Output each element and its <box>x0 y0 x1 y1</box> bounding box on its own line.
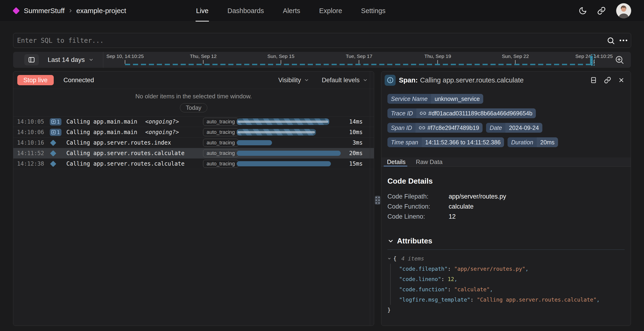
copy-link-button[interactable] <box>604 76 611 84</box>
list-item[interactable]: 14:11:52 Calling app.server.routes.calcu… <box>13 148 374 158</box>
expand-children-badge[interactable]: + 1 <box>50 129 62 136</box>
sql-filter-input[interactable] <box>13 33 631 48</box>
breadcrumb-project[interactable]: example-project <box>76 7 126 15</box>
code-detail-row: Code Filepath: app/server/routes.py <box>388 192 624 202</box>
duration-bar <box>237 118 329 125</box>
visibility-dropdown[interactable]: Visibility <box>278 76 309 84</box>
row-timestamp: 14:10:05 <box>17 118 48 125</box>
duration-bar <box>237 151 341 156</box>
nav-tab[interactable]: Alerts <box>283 0 300 22</box>
nav-tab-label: Dashboards <box>227 7 264 15</box>
dock-bottom-button[interactable] <box>590 76 597 84</box>
badge-label: Date <box>486 123 506 133</box>
code-details-rows: Code Filepath: app/server/routes.py Code… <box>388 192 624 222</box>
theme-toggle-button[interactable] <box>578 6 587 15</box>
breadcrumb-chevron-icon <box>68 8 73 13</box>
json-key: code.filepath <box>399 266 448 272</box>
metadata-badge: Trace ID #df01acad0311189c8b66a466d96965… <box>388 108 536 118</box>
time-range-dropdown[interactable]: Last 14 days <box>48 56 94 64</box>
list-item[interactable]: 14:10:06 + 1 Calling app.main.main <ongo… <box>13 127 374 138</box>
live-panel: Stop live Connected Visibility Default l… <box>13 71 374 326</box>
nav-tab-label: Alerts <box>283 7 300 15</box>
detail-tab[interactable]: Raw Data <box>416 158 442 166</box>
duration-bar <box>237 161 331 166</box>
today-button[interactable]: Today <box>180 103 207 112</box>
stop-live-button[interactable]: Stop live <box>17 75 54 85</box>
list-item[interactable]: 14:12:38 Calling app.server.routes.calcu… <box>13 158 374 169</box>
user-avatar[interactable] <box>616 3 632 18</box>
span-metadata-badges: Service Name unknown_service Trace ID #d… <box>381 89 631 147</box>
metadata-badge: Span ID #f7c8e294f7489b19 <box>388 123 482 133</box>
scrollbar[interactable] <box>370 72 370 326</box>
json-value: 12 <box>448 276 454 282</box>
json-entry: code.lineno12 <box>399 274 624 284</box>
timeline-activity-spike <box>590 56 593 65</box>
json-item-count: 4 items <box>402 256 424 262</box>
nav-tab[interactable]: Settings <box>361 0 386 22</box>
detail-tab-label: Raw Data <box>416 158 442 166</box>
timeline-canvas[interactable]: Sep 10, 14:10:25 Thu, Sep 12 Sun, Sep 15… <box>103 52 611 68</box>
nav-tab-label: Settings <box>361 7 386 15</box>
expand-children-badge[interactable]: + 1 <box>50 118 62 126</box>
timeline-tick: Sep 10, 14:10:25 <box>106 54 144 64</box>
more-options-icon[interactable] <box>619 39 628 42</box>
plus-icon: + <box>52 120 56 124</box>
info-icon <box>384 75 396 86</box>
row-tag: auto_tracing <box>203 149 238 157</box>
detail-tab[interactable]: Details <box>387 158 406 166</box>
code-detail-label: Code Lineno: <box>388 212 449 222</box>
row-timestamp: 14:11:52 <box>17 150 48 156</box>
timeline-tick-mark <box>515 60 516 64</box>
badge-value: 20ms <box>540 139 554 146</box>
list-item[interactable]: 14:10:16 Calling app.server.routes.index… <box>13 138 374 148</box>
attributes-toggle[interactable]: Attributes <box>388 237 624 245</box>
timeline-tick-label: Tue, Sep 17 <box>346 54 372 59</box>
row-duration: 3ms <box>352 140 363 146</box>
time-range-label: Last 14 days <box>48 56 85 64</box>
child-count: 1 <box>57 119 60 125</box>
row-tag: auto_tracing <box>203 118 238 126</box>
code-detail-value: 12 <box>449 212 456 222</box>
json-open-brace: { <box>393 256 396 262</box>
link-icon[interactable] <box>420 110 426 116</box>
attributes-json-tree: { 4 items code.filepathapp/server/routes… <box>388 254 624 315</box>
row-tag: auto_tracing <box>203 160 238 168</box>
nav-tab[interactable]: Dashboards <box>227 0 264 22</box>
badge-label: Span ID <box>388 123 416 133</box>
live-panel-header: Stop live Connected Visibility Default l… <box>13 72 374 89</box>
timeline-tick-mark <box>281 60 281 64</box>
default-levels-dropdown[interactable]: Default levels <box>322 76 368 84</box>
share-link-button[interactable] <box>597 6 606 15</box>
timeline-tick-label: Thu, Sep 12 <box>190 54 216 59</box>
row-tag: auto_tracing <box>203 128 238 136</box>
link-icon[interactable] <box>419 125 425 131</box>
panel-resize-handle[interactable] <box>375 196 380 205</box>
nav-tab[interactable]: Live <box>196 0 208 22</box>
sidebar-toggle-button[interactable] <box>24 54 39 66</box>
search-icon[interactable] <box>606 36 615 45</box>
nav-tab[interactable]: Explore <box>319 0 342 22</box>
json-entries: code.filepathapp/server/routes.py code.l… <box>390 264 624 305</box>
chevron-down-icon <box>88 57 94 62</box>
row-message: Calling app.server.routes.calculate <box>66 160 184 167</box>
row-message: Calling app.main.main <box>66 129 137 136</box>
close-button[interactable] <box>618 77 624 84</box>
filter-bar <box>13 33 631 48</box>
chevron-down-icon <box>363 78 368 83</box>
zoom-in-icon <box>614 55 624 65</box>
span-diamond-icon <box>50 140 56 146</box>
timeline-tick: Thu, Sep 19 <box>424 54 451 64</box>
duration-bar-track <box>237 148 354 158</box>
row-message: Calling app.main.main <box>66 118 137 125</box>
row-icon-slot: + 1 <box>50 129 63 136</box>
row-ongoing-suffix: <ongoing?> <box>145 118 179 125</box>
list-item[interactable]: 14:10:05 + 1 Calling app.main.main <ongo… <box>13 116 374 127</box>
main-content: Stop live Connected Visibility Default l… <box>13 71 631 326</box>
row-message: Calling app.server.routes.index <box>66 140 171 146</box>
default-levels-dropdown-label: Default levels <box>322 76 360 84</box>
tree-collapse-icon[interactable] <box>388 257 391 260</box>
timeline-tick-mark <box>438 60 438 64</box>
breadcrumb-org[interactable]: SummerStuff <box>24 7 65 15</box>
zoom-in-button[interactable] <box>613 55 626 65</box>
timeline-tick: Thu, Sep 12 <box>190 54 216 64</box>
